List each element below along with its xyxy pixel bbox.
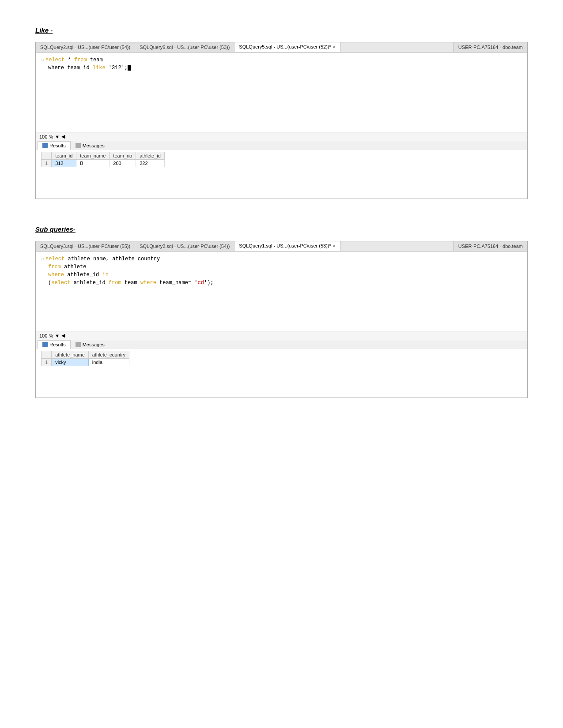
subqueries-results-tabs: Results Messages (36, 340, 527, 349)
like-col-athlete_id: athlete_id (136, 152, 165, 160)
subqueries-zoom-bar: 100 % ▼ ◀ (36, 331, 527, 340)
subqueries-tab-bar: SQLQuery3.sql - US...(user-PC\user (55))… (36, 241, 527, 251)
like-col-team_id: team_id (52, 152, 76, 160)
like-tab-3-close[interactable]: × (333, 45, 336, 49)
subqueries-tab-3[interactable]: SQLQuery1.sql - US...(user-PC\user (53))… (234, 241, 340, 251)
like-tab-2[interactable]: SQLQuery6.sql - US...(user-PC\user (53)) (135, 42, 234, 52)
like-title: Like - (35, 26, 528, 34)
like-results-table: team_id team_name team_no athlete_id 1 3… (41, 152, 165, 167)
like-col-team_name: team_name (76, 152, 110, 160)
like-messages-tab[interactable]: Messages (71, 141, 110, 150)
like-tab-2-label: SQLQuery6.sql - US...(user-PC\user (53)) (140, 45, 230, 50)
like-row-num: 1 (42, 160, 52, 167)
subqueries-code-line-2: from athlete (41, 263, 522, 271)
subqueries-code-icon-3 (41, 272, 46, 278)
subqueries-code-where: where athlete_id in (48, 271, 109, 279)
subqueries-tab-2-label: SQLQuery2.sql - US...(user-PC\user (54)) (140, 244, 230, 249)
subqueries-messages-icon (76, 342, 81, 347)
subqueries-cell-athlete_country: india (88, 359, 129, 366)
like-tab-1[interactable]: SQLQuery2.sql - US...(user-PC\user (54)) (36, 42, 135, 52)
subqueries-code-icon-1: □ (41, 256, 44, 263)
subqueries-code-line-3: where athlete_id in (41, 271, 522, 279)
subqueries-zoom-nav[interactable]: ◀ (61, 333, 65, 338)
subqueries-code-line-4: (select athlete_id from team where team_… (41, 279, 522, 287)
like-col-team_no: team_no (110, 152, 136, 160)
like-tab-bar: SQLQuery2.sql - US...(user-PC\user (54))… (36, 42, 527, 53)
like-tab-3-label: SQLQuery5.sql - US...(user-PC\user (52))… (239, 44, 331, 49)
subqueries-ssms-window: SQLQuery3.sql - US...(user-PC\user (55))… (35, 241, 528, 398)
like-results-grid: team_id team_name team_no athlete_id 1 3… (36, 150, 527, 185)
subqueries-results-tab[interactable]: Results (38, 340, 71, 349)
like-section: Like - SQLQuery2.sql - US...(user-PC\use… (35, 26, 528, 199)
like-tab-3[interactable]: SQLQuery5.sql - US...(user-PC\user (52))… (234, 42, 340, 52)
like-messages-label: Messages (83, 143, 105, 148)
subqueries-results-table: athlete_name athlete_country 1 vicky ind… (41, 351, 129, 366)
like-tab-right: USER-PC.A75164 - dbo.team (453, 42, 527, 52)
subqueries-tab-1-label: SQLQuery3.sql - US...(user-PC\user (55)) (40, 244, 130, 249)
subqueries-tab-3-label: SQLQuery1.sql - US...(user-PC\user (53))… (239, 243, 331, 248)
subqueries-tab-right: USER-PC.A75164 - dbo.team (453, 241, 527, 251)
like-zoom-nav[interactable]: ◀ (61, 134, 65, 139)
like-tab-right-label: USER-PC.A75164 - dbo.team (458, 45, 523, 50)
subqueries-table-row: 1 vicky india (42, 359, 129, 366)
subqueries-tab-2[interactable]: SQLQuery2.sql - US...(user-PC\user (54)) (135, 241, 234, 251)
like-cell-team_no: 200 (110, 160, 136, 167)
subqueries-section: Sub queries- SQLQuery3.sql - US...(user-… (35, 225, 528, 398)
subqueries-cell-athlete_name: vicky (52, 359, 89, 366)
subqueries-code-select: select athlete_name, athlete_country (45, 255, 160, 263)
subqueries-code-icon-4 (41, 280, 46, 286)
like-zoom-bar: 100 % ▼ ◀ (36, 132, 527, 141)
like-table-row: 1 312 B 200 222 (42, 160, 165, 167)
like-col-rownum (42, 152, 52, 160)
subqueries-window-bottom (36, 384, 527, 398)
subqueries-zoom-arrow[interactable]: ▼ (55, 333, 60, 338)
subqueries-zoom-level: 100 % (39, 333, 53, 338)
subqueries-tab-right-label: USER-PC.A75164 - dbo.team (458, 244, 523, 249)
like-cell-athlete_id: 222 (136, 160, 165, 167)
subqueries-results-label: Results (49, 342, 66, 347)
like-window-bottom (36, 185, 527, 199)
like-messages-icon (76, 143, 81, 148)
like-results-icon (42, 143, 48, 148)
like-results-tab[interactable]: Results (38, 141, 71, 150)
subqueries-code-icon-2 (41, 264, 46, 270)
like-code-select-1: select * from team (45, 56, 103, 64)
subqueries-col-rownum (42, 351, 52, 359)
subqueries-code-line-1: □ select athlete_name, athlete_country (41, 255, 522, 263)
like-ssms-window: SQLQuery2.sql - US...(user-PC\user (54))… (35, 42, 528, 199)
subqueries-results-grid: athlete_name athlete_country 1 vicky ind… (36, 349, 527, 384)
like-zoom-level: 100 % (39, 134, 53, 139)
like-code-icon-2 (41, 65, 46, 71)
subqueries-code-subquery: (select athlete_id from team where team_… (48, 279, 214, 287)
subqueries-messages-tab[interactable]: Messages (71, 340, 110, 349)
subqueries-code-area[interactable]: □ select athlete_name, athlete_country f… (36, 251, 527, 331)
subqueries-code-from: from athlete (48, 263, 86, 271)
like-cell-team_name: B (76, 160, 110, 167)
subqueries-row-num: 1 (42, 359, 52, 366)
like-table-header-row: team_id team_name team_no athlete_id (42, 152, 165, 160)
like-results-label: Results (49, 143, 66, 148)
like-code-line-1: □ select * from team (41, 56, 522, 64)
like-code-area[interactable]: □ select * from team where team_id like … (36, 53, 527, 132)
subqueries-results-icon (42, 342, 48, 347)
like-results-tabs: Results Messages (36, 141, 527, 150)
like-code-where: where team_id like '312'; (48, 64, 131, 72)
like-code-icon-1: □ (41, 57, 44, 64)
like-tab-1-label: SQLQuery2.sql - US...(user-PC\user (54)) (40, 45, 130, 50)
subqueries-tab-3-close[interactable]: × (333, 244, 336, 248)
subqueries-tab-1[interactable]: SQLQuery3.sql - US...(user-PC\user (55)) (36, 241, 135, 251)
subqueries-title: Sub queries- (35, 225, 528, 233)
like-code-line-2: where team_id like '312'; (41, 64, 522, 72)
subqueries-table-header-row: athlete_name athlete_country (42, 351, 129, 359)
subqueries-col-athlete_country: athlete_country (88, 351, 129, 359)
like-cell-team_id: 312 (52, 160, 76, 167)
like-zoom-arrow[interactable]: ▼ (55, 134, 60, 139)
subqueries-messages-label: Messages (83, 342, 105, 347)
subqueries-col-athlete_name: athlete_name (52, 351, 89, 359)
